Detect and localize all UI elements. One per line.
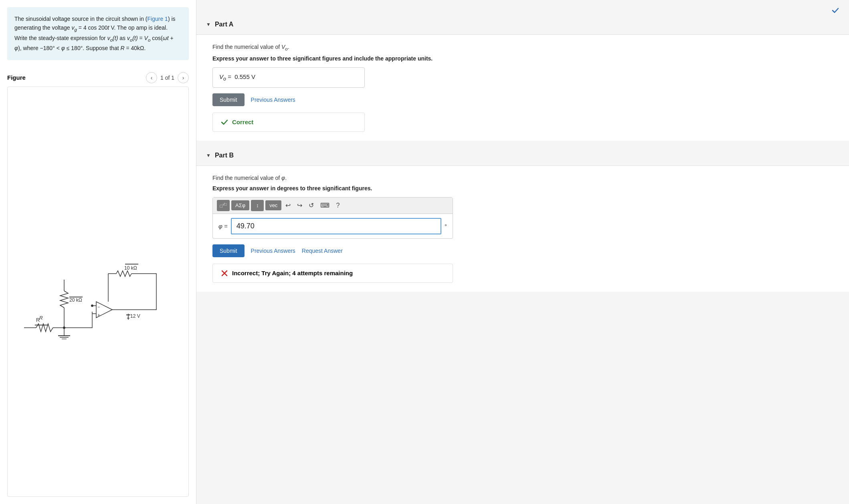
math-input-row: φ = ° — [213, 214, 453, 238]
math-redo-btn[interactable]: ↪ — [295, 200, 305, 211]
part-b-find-text: Find the numerical value of φ. — [212, 175, 833, 181]
svg-text:R: R — [39, 315, 43, 321]
part-a-result-box: Correct — [212, 113, 365, 132]
part-a-body: Find the numerical value of Vo. Express … — [196, 35, 849, 141]
problem-statement: The sinusoidal voltage source in the cir… — [7, 7, 189, 60]
figure-nav-text: 1 of 1 — [160, 75, 174, 81]
part-a-section: ▼ Part A Find the numerical value of Vo.… — [196, 14, 849, 141]
part-a-checkmark-icon — [221, 119, 228, 126]
svg-point-12 — [91, 304, 93, 307]
figure-next-btn[interactable]: › — [178, 72, 189, 83]
part-b-header[interactable]: ▼ Part B — [196, 145, 849, 166]
math-refresh-btn[interactable]: ↺ — [306, 200, 316, 211]
circuit-svg: R ▬▬▬ R 20 kΩ ▬▬▬ 10 kΩ — [12, 240, 184, 344]
math-help-btn[interactable]: ? — [334, 200, 342, 211]
phi-input[interactable] — [231, 218, 441, 234]
part-a-find-text: Find the numerical value of Vo. — [212, 44, 833, 51]
phi-label: φ = — [218, 223, 228, 230]
svg-text:−: − — [97, 304, 100, 309]
part-b-label: Part B — [215, 152, 234, 159]
svg-text:10 kΩ: 10 kΩ — [124, 265, 137, 271]
part-a-header[interactable]: ▼ Part A — [196, 14, 849, 35]
figure-area: Figure ‹ 1 of 1 › R ▬▬▬ R — [0, 67, 196, 504]
part-a-submit-btn[interactable]: Submit — [212, 93, 245, 106]
math-input-container: □√□ ΑΣφ ↕ vec ↩ ↪ ↺ ⌨ ? φ = ° — [212, 197, 453, 239]
part-a-label: Part A — [215, 21, 234, 28]
svg-text:▬▬▬: ▬▬▬ — [69, 294, 83, 298]
figure-label: Figure — [7, 74, 26, 81]
svg-text:12 V: 12 V — [130, 313, 140, 319]
part-b-request-answer-link[interactable]: Request Answer — [302, 248, 343, 254]
svg-text:▬▬▬: ▬▬▬ — [35, 322, 48, 327]
part-b-result-text: Incorrect; Try Again; 4 attempts remaini… — [232, 270, 353, 276]
right-panel: ▼ Part A Find the numerical value of Vo.… — [196, 0, 849, 504]
math-vec-btn[interactable]: vec — [265, 200, 281, 210]
top-checkmark-icon — [831, 6, 839, 14]
math-greek-btn[interactable]: ΑΣφ — [231, 200, 249, 210]
part-b-x-icon — [221, 270, 228, 277]
svg-text:▬▬▬: ▬▬▬ — [125, 261, 138, 266]
math-undo-btn[interactable]: ↩ — [283, 200, 293, 211]
part-b-express-text: Express your answer in degrees to three … — [212, 185, 833, 192]
part-a-chevron-icon: ▼ — [206, 22, 211, 27]
svg-text:+: + — [97, 312, 100, 317]
figure-nav: ‹ 1 of 1 › — [146, 72, 189, 83]
part-a-prev-answers-link[interactable]: Previous Answers — [251, 97, 295, 103]
figure-prev-btn[interactable]: ‹ — [146, 72, 157, 83]
degree-symbol: ° — [445, 223, 447, 230]
math-toolbar: □√□ ΑΣφ ↕ vec ↩ ↪ ↺ ⌨ ? — [213, 198, 453, 214]
figure-label-row: Figure ‹ 1 of 1 › — [7, 67, 189, 87]
part-b-result-box: Incorrect; Try Again; 4 attempts remaini… — [212, 264, 453, 283]
left-panel: The sinusoidal voltage source in the cir… — [0, 0, 196, 504]
part-b-chevron-icon: ▼ — [206, 153, 211, 158]
math-arrow-btn[interactable]: ↕ — [251, 200, 264, 211]
part-a-express-text: Express your answer to three significant… — [212, 55, 833, 62]
part-a-result-text: Correct — [232, 119, 253, 125]
part-a-answer-box: Vo = 0.555 V — [212, 67, 365, 88]
math-keyboard-btn[interactable]: ⌨ — [318, 200, 332, 211]
part-b-prev-answers-link[interactable]: Previous Answers — [251, 248, 295, 254]
part-b-body: Find the numerical value of φ. Express y… — [196, 166, 849, 292]
top-right-check-area — [196, 0, 849, 14]
circuit-diagram: R ▬▬▬ R 20 kΩ ▬▬▬ 10 kΩ — [7, 87, 189, 497]
part-b-submit-btn[interactable]: Submit — [212, 244, 245, 257]
part-b-section: ▼ Part B Find the numerical value of φ. … — [196, 145, 849, 292]
part-a-submit-row: Submit Previous Answers — [212, 93, 833, 106]
figure-link[interactable]: Figure 1 — [148, 16, 168, 22]
part-b-submit-row: Submit Previous Answers Request Answer — [212, 244, 833, 257]
math-fraction-btn[interactable]: □√□ — [217, 200, 230, 211]
